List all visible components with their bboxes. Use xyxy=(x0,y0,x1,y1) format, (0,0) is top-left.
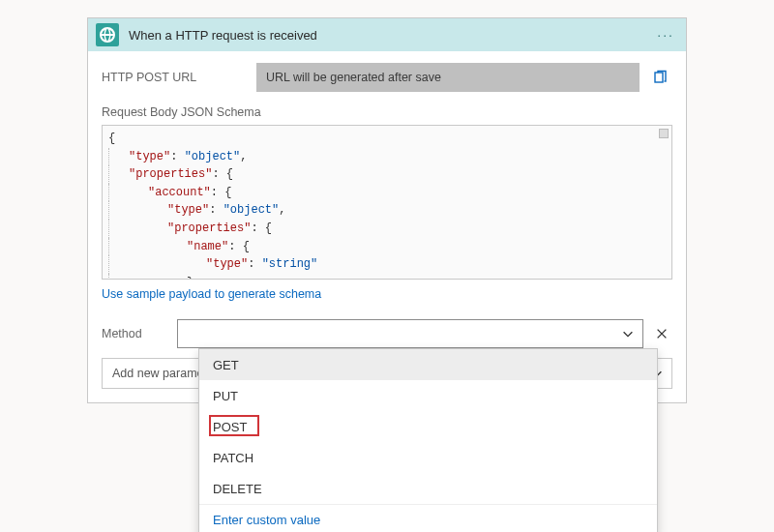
scrollbar-thumb[interactable] xyxy=(659,129,669,138)
method-option-delete[interactable]: DELETE xyxy=(199,473,657,504)
use-sample-payload-link[interactable]: Use sample payload to generate schema xyxy=(102,287,321,301)
method-option-put[interactable]: PUT xyxy=(199,380,657,411)
svg-rect-0 xyxy=(655,73,663,82)
card-title: When a HTTP request is received xyxy=(129,28,653,43)
method-dropdown[interactable] xyxy=(177,319,643,348)
method-option-custom[interactable]: Enter custom value xyxy=(199,504,657,532)
url-label: HTTP POST URL xyxy=(102,71,256,84)
method-option-post[interactable]: POST xyxy=(199,411,657,442)
copy-url-button[interactable] xyxy=(647,65,672,90)
chevron-down-icon xyxy=(619,325,637,342)
method-option-patch[interactable]: PATCH xyxy=(199,442,657,473)
method-dropdown-list: GETPUTPOSTPATCHDELETEEnter custom value xyxy=(198,348,658,532)
highlight-box xyxy=(209,415,259,436)
card-header[interactable]: When a HTTP request is received ··· xyxy=(88,18,686,51)
method-label: Method xyxy=(102,327,177,340)
url-readonly-field: URL will be generated after save xyxy=(256,63,640,92)
trigger-card: When a HTTP request is received ··· HTTP… xyxy=(87,17,687,403)
method-option-get[interactable]: GET xyxy=(199,349,657,380)
card-menu-button[interactable]: ··· xyxy=(653,27,678,43)
globe-icon xyxy=(96,23,119,46)
schema-editor[interactable]: {"type": "object","properties": {"accoun… xyxy=(102,125,672,280)
clear-method-button[interactable] xyxy=(651,323,672,344)
schema-label: Request Body JSON Schema xyxy=(102,105,672,119)
